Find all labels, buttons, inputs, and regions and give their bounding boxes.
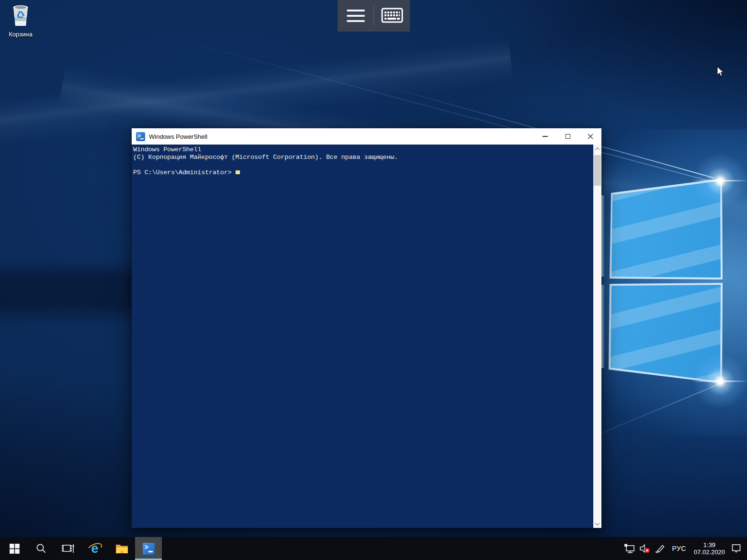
- keyboard-icon: [381, 8, 403, 24]
- mouse-pointer: [716, 66, 725, 78]
- minimize-icon: [543, 136, 548, 137]
- close-button[interactable]: [579, 128, 601, 145]
- internet-explorer-button[interactable]: e: [81, 537, 108, 560]
- powershell-icon: >: [136, 132, 145, 141]
- windows-logo-edge: [601, 285, 604, 368]
- volume-muted-icon: [639, 544, 651, 553]
- clock-date: 07.02.2020: [694, 549, 725, 556]
- task-view-icon: [62, 543, 74, 554]
- vm-console-toolbar: [338, 0, 410, 32]
- minimize-button[interactable]: [534, 128, 556, 145]
- powershell-icon: >: [143, 543, 155, 555]
- lens-flare: [691, 152, 747, 210]
- lens-flare: [691, 353, 747, 410]
- pen-icon: [655, 544, 666, 553]
- wallpaper-shade: [0, 258, 132, 325]
- network-tray-button[interactable]: [623, 539, 636, 558]
- action-center-button[interactable]: [730, 539, 743, 558]
- search-button[interactable]: [28, 537, 55, 560]
- file-explorer-icon: [115, 543, 128, 554]
- powershell-taskbar-button[interactable]: >: [135, 537, 162, 560]
- search-icon: [36, 543, 46, 554]
- taskbar-clock[interactable]: 1:39 07.02.2020: [691, 539, 728, 558]
- start-button[interactable]: [1, 537, 28, 560]
- scrollbar-thumb[interactable]: [594, 155, 601, 186]
- close-icon: [588, 134, 593, 139]
- scroll-down-button[interactable]: [593, 519, 601, 528]
- volume-tray-button[interactable]: [638, 539, 652, 558]
- file-explorer-button[interactable]: [108, 537, 135, 560]
- keyboard-button[interactable]: [374, 0, 410, 32]
- chevron-up-icon: [595, 147, 600, 152]
- maximize-icon: [566, 134, 570, 139]
- menu-button[interactable]: [338, 0, 374, 32]
- taskbar: e >: [0, 537, 747, 560]
- scroll-up-button[interactable]: [593, 145, 601, 153]
- prompt-text: PS C:\Users\Administrator>: [133, 169, 231, 176]
- terminal-cursor: [236, 170, 240, 174]
- recycle-bin-label: Корзина: [3, 31, 38, 38]
- recycle-bin[interactable]: Корзина: [3, 3, 38, 38]
- console-scrollbar[interactable]: [593, 145, 601, 528]
- network-icon: [624, 544, 635, 553]
- console-prompt-line: PS C:\Users\Administrator>: [133, 169, 592, 177]
- screen: Корзина: [0, 0, 747, 560]
- system-tray: РУС 1:39 07.02.2020: [623, 537, 747, 560]
- window-title: Windows PowerShell: [149, 133, 207, 140]
- console-output[interactable]: Windows PowerShell (C) Корпорация Майкро…: [132, 145, 601, 528]
- chevron-down-icon: [595, 521, 600, 526]
- action-center-icon: [731, 544, 742, 553]
- recycle-bin-icon: [10, 21, 32, 29]
- language-indicator[interactable]: РУС: [669, 539, 689, 558]
- maximize-button[interactable]: [556, 128, 579, 145]
- console-line: (C) Корпорация Майкрософт (Microsoft Cor…: [133, 154, 592, 161]
- window-titlebar[interactable]: > Windows PowerShell: [132, 128, 601, 145]
- window-controls: [534, 128, 601, 145]
- task-view-button[interactable]: [55, 537, 81, 560]
- powershell-window: > Windows PowerShell: [132, 128, 601, 528]
- clock-time: 1:39: [703, 541, 715, 549]
- windows-start-icon: [10, 544, 20, 554]
- console-line: [133, 161, 592, 169]
- desktop[interactable]: Корзина: [0, 0, 747, 537]
- pen-tray-button[interactable]: [654, 539, 667, 558]
- hamburger-menu-icon: [347, 10, 365, 22]
- console-line: Windows PowerShell: [133, 146, 592, 154]
- internet-explorer-icon: e: [88, 541, 102, 556]
- windows-logo-edge: [601, 195, 604, 277]
